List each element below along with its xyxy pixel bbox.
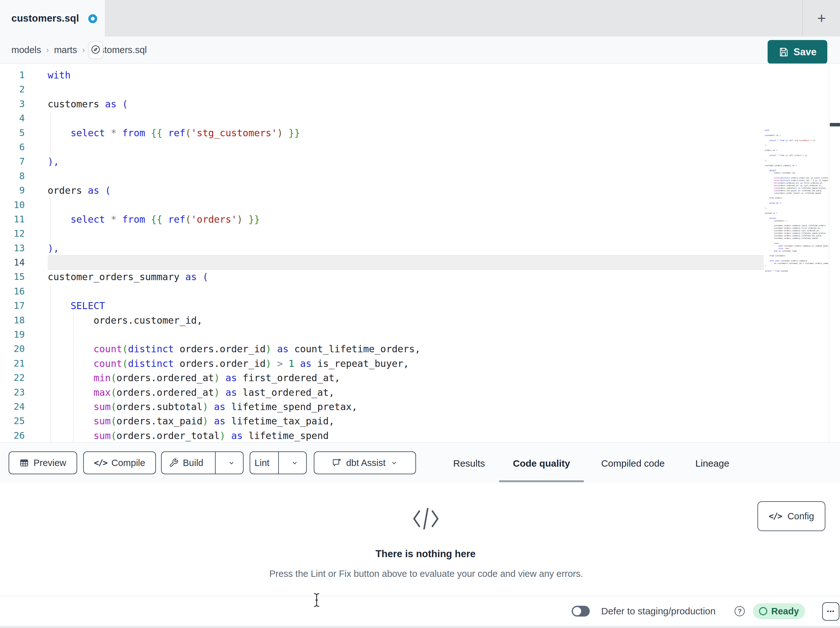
breadcrumb-marts[interactable]: marts bbox=[54, 45, 77, 55]
code-line-26[interactable]: 26 sum(orders.order_total) as lifetime_s… bbox=[0, 429, 840, 442]
minimap-line: on customers.customer_id = customer_orde… bbox=[765, 262, 828, 264]
config-button[interactable]: </> Config bbox=[758, 501, 826, 531]
breadcrumb-models[interactable]: models bbox=[11, 45, 41, 55]
code-lines: 1with23customers as (45 select * from {{… bbox=[0, 68, 840, 442]
scrollbar-thumb[interactable] bbox=[830, 123, 840, 127]
dbt-assist-button[interactable]: dbt Assist bbox=[314, 451, 416, 474]
line-number: 9 bbox=[0, 183, 25, 198]
tab-code-quality[interactable]: Code quality bbox=[508, 456, 575, 471]
minimap-line bbox=[765, 137, 828, 139]
save-button[interactable]: Save bbox=[767, 40, 827, 64]
code-line-1[interactable]: 1with bbox=[0, 68, 840, 82]
indent-guide bbox=[73, 327, 74, 342]
build-label: Build bbox=[183, 458, 204, 468]
minimap-line: customer_orders_summary.last_ordered_at, bbox=[765, 229, 828, 232]
line-number: 15 bbox=[0, 270, 25, 284]
minimap-line: sum(orders.order_total) as lifetime_spen… bbox=[765, 192, 828, 195]
code-line-2[interactable]: 2 bbox=[0, 82, 840, 96]
minimap-line bbox=[765, 239, 828, 242]
new-tab-button[interactable]: + bbox=[810, 0, 833, 36]
compile-label: Compile bbox=[112, 458, 145, 468]
minimap-line: group by 1 bbox=[765, 202, 828, 204]
minimap-line: select * from joined bbox=[765, 270, 828, 272]
code-line-18[interactable]: 18 orders.customer_id, bbox=[0, 313, 840, 327]
tab-lineage[interactable]: Lineage bbox=[692, 456, 732, 471]
line-number: 20 bbox=[0, 342, 25, 356]
defer-label: Defer to staging/production bbox=[601, 606, 715, 617]
line-number: 11 bbox=[0, 212, 25, 226]
code-line-6[interactable]: 6 bbox=[0, 140, 840, 154]
code-line-21[interactable]: 21 count(distinct orders.order_id) > 1 a… bbox=[0, 356, 840, 371]
compass-icon bbox=[90, 44, 101, 55]
code-text: orders.customer_id, bbox=[47, 313, 203, 327]
minimap-line: customers as ( bbox=[765, 134, 828, 137]
minimap-line bbox=[765, 142, 828, 144]
help-icon[interactable]: ? bbox=[734, 606, 745, 616]
code-brackets-icon: </> bbox=[769, 511, 782, 521]
code-line-15[interactable]: 15customer_orders_summary as ( bbox=[0, 270, 840, 284]
code-line-17[interactable]: 17 SELECT bbox=[0, 299, 840, 313]
defer-toggle[interactable] bbox=[572, 606, 590, 617]
code-line-19[interactable]: 19 bbox=[0, 327, 840, 342]
minimap-line bbox=[765, 146, 828, 149]
minimap-line bbox=[765, 199, 828, 202]
dbt-assist-label: dbt Assist bbox=[346, 458, 385, 468]
chevron-down-icon bbox=[291, 459, 299, 467]
line-number: 5 bbox=[0, 126, 25, 140]
code-line-20[interactable]: 20 count(distinct orders.order_id) as co… bbox=[0, 342, 840, 356]
tab-customers-sql[interactable]: customers.sql bbox=[0, 0, 105, 36]
line-number: 1 bbox=[0, 68, 25, 82]
code-text: sum(orders.tax_paid) as lifetime_tax_pai… bbox=[47, 414, 335, 428]
code-editor[interactable]: 1with23customers as (45 select * from {{… bbox=[0, 63, 840, 442]
minimap-line: max(orders.ordered_at) as last_ordered_a… bbox=[765, 184, 828, 187]
code-line-23[interactable]: 23 max(orders.ordered_at) as last_ordere… bbox=[0, 385, 840, 400]
minimap[interactable]: with customers as ( select * from {{ ref… bbox=[765, 129, 828, 274]
minimap-line: customer_orders_summary as ( bbox=[765, 164, 828, 167]
build-button[interactable]: Build bbox=[162, 458, 210, 468]
minimap-line bbox=[765, 174, 828, 177]
indent-guide bbox=[51, 198, 51, 212]
code-line-4[interactable]: 4 bbox=[0, 111, 840, 125]
code-line-3[interactable]: 3customers as ( bbox=[0, 97, 840, 111]
minimap-line: customer_orders_summary.first_ordered_at… bbox=[765, 227, 828, 229]
code-line-24[interactable]: 24 sum(orders.subtotal) as lifetime_spen… bbox=[0, 400, 840, 414]
lint-split-button: Lint bbox=[249, 451, 307, 474]
code-line-7[interactable]: 7), bbox=[0, 154, 840, 169]
compile-button[interactable]: </> Compile bbox=[83, 451, 156, 474]
code-line-10[interactable]: 10 bbox=[0, 198, 840, 212]
line-number: 17 bbox=[0, 299, 25, 313]
chevron-down-icon bbox=[390, 459, 398, 467]
preview-button[interactable]: Preview bbox=[9, 451, 77, 474]
code-text: select * from {{ ref('orders') }} bbox=[47, 212, 260, 226]
code-text: count(distinct orders.order_id) as count… bbox=[47, 342, 420, 356]
code-line-5[interactable]: 5 select * from {{ ref('stg_customers') … bbox=[0, 126, 840, 140]
code-line-8[interactable]: 8 bbox=[0, 169, 840, 183]
minimap-line: joined as ( bbox=[765, 212, 828, 214]
code-line-22[interactable]: 22 min(orders.ordered_at) as first_order… bbox=[0, 371, 840, 385]
code-text: with bbox=[47, 68, 71, 82]
tab-divider bbox=[802, 0, 803, 36]
tab-compiled-code[interactable]: Compiled code bbox=[597, 456, 669, 471]
code-line-13[interactable]: 13), bbox=[0, 241, 840, 255]
minimap-line bbox=[765, 209, 828, 212]
code-line-12[interactable]: 12 bbox=[0, 226, 840, 241]
minimap-line: sum(orders.tax_paid) as lifetime_tax_pai… bbox=[765, 189, 828, 192]
code-line-16[interactable]: 16 bbox=[0, 284, 840, 299]
code-line-25[interactable]: 25 sum(orders.tax_paid) as lifetime_tax_… bbox=[0, 414, 840, 428]
build-dropdown-button[interactable] bbox=[220, 459, 243, 467]
lint-button[interactable]: Lint bbox=[250, 458, 274, 468]
code-line-9[interactable]: 9orders as ( bbox=[0, 183, 840, 198]
save-label: Save bbox=[794, 46, 816, 58]
more-options-button[interactable]: ••• bbox=[822, 602, 839, 621]
status-circle-icon bbox=[759, 607, 767, 615]
lint-dropdown-button[interactable] bbox=[283, 459, 306, 467]
code-line-11[interactable]: 11 select * from {{ ref('orders') }} bbox=[0, 212, 840, 226]
explore-lineage-button[interactable] bbox=[88, 41, 103, 59]
minimap-line: select * from {{ ref('stg_customers') }} bbox=[765, 139, 828, 142]
line-number: 24 bbox=[0, 400, 25, 414]
code-text: ), bbox=[47, 154, 59, 169]
minimap-line bbox=[765, 252, 828, 255]
tab-results[interactable]: Results bbox=[445, 456, 494, 471]
line-number: 25 bbox=[0, 414, 25, 428]
code-line-14[interactable]: 14 bbox=[0, 255, 840, 270]
